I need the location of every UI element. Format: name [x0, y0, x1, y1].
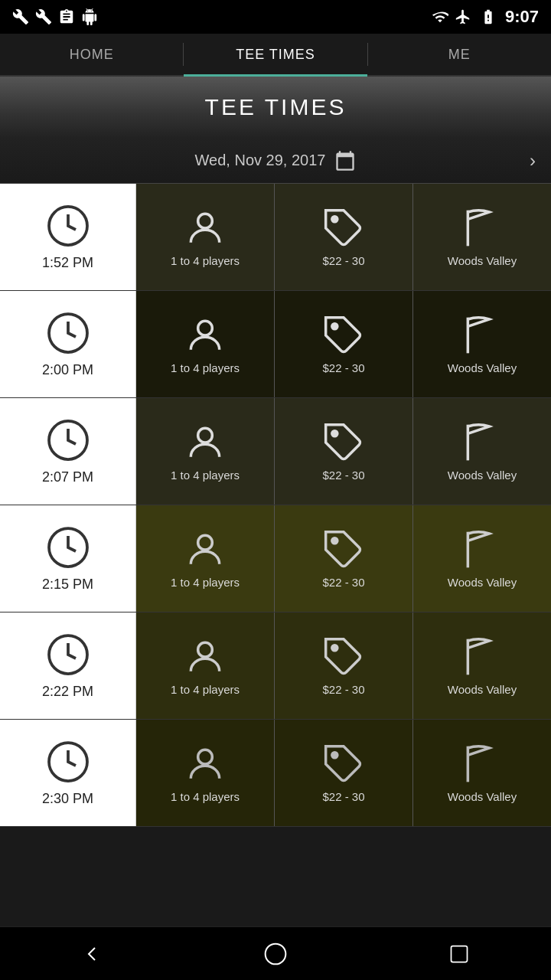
time-label: 1:52 PM	[42, 255, 93, 271]
price-cell: $22 - 30	[275, 720, 413, 826]
back-icon	[80, 942, 104, 966]
svg-point-1	[198, 214, 213, 228]
price-tag-icon	[322, 635, 365, 678]
players-cell: 1 to 4 players	[136, 291, 275, 397]
wifi-icon	[432, 8, 448, 25]
svg-point-10	[332, 431, 337, 436]
tee-time-cell: 2:15 PM	[0, 505, 136, 612]
airplane-icon	[455, 8, 471, 25]
players-cell: 1 to 4 players	[136, 505, 275, 612]
course-flag-icon	[461, 421, 504, 464]
status-icons-right: 9:07	[432, 7, 539, 27]
home-circle-icon	[263, 942, 288, 966]
tab-home[interactable]: HOME	[0, 34, 183, 75]
back-button[interactable]	[69, 931, 115, 977]
svg-point-14	[332, 538, 337, 544]
tee-row[interactable]: 2:07 PM 1 to 4 players $22 - 30 Woods Va…	[0, 398, 551, 505]
price-label: $22 - 30	[322, 683, 364, 696]
status-time: 9:07	[505, 7, 539, 27]
course-flag-icon	[461, 528, 504, 571]
page-title: TEE TIMES	[205, 94, 347, 120]
tab-tee-times[interactable]: TEE TIMES	[184, 34, 367, 75]
time-label: 2:15 PM	[42, 577, 93, 593]
svg-rect-25	[452, 946, 468, 962]
tee-row[interactable]: 2:15 PM 1 to 4 players $22 - 30 Woods Va…	[0, 505, 551, 612]
tee-times-list: 1:52 PM 1 to 4 players $22 - 30 Woods Va…	[0, 184, 551, 926]
svg-point-22	[332, 753, 337, 758]
svg-point-17	[198, 642, 213, 657]
price-cell: $22 - 30	[275, 505, 413, 612]
players-label: 1 to 4 players	[171, 576, 240, 589]
players-label: 1 to 4 players	[171, 361, 240, 374]
clock-icon	[45, 739, 91, 785]
course-label: Woods Valley	[448, 254, 517, 267]
recents-square-icon	[448, 943, 470, 965]
course-cell: Woods Valley	[413, 398, 551, 505]
course-cell: Woods Valley	[413, 291, 551, 397]
clock-icon	[45, 310, 91, 356]
course-cell: Woods Valley	[413, 720, 551, 826]
svg-point-6	[332, 324, 337, 329]
course-flag-icon	[461, 207, 504, 250]
course-cell: Woods Valley	[413, 184, 551, 290]
price-label: $22 - 30	[322, 254, 364, 267]
svg-point-2	[332, 217, 337, 222]
players-cell: 1 to 4 players	[136, 612, 275, 719]
date-next-arrow[interactable]: ›	[530, 150, 536, 172]
price-tag-icon	[322, 421, 365, 464]
svg-point-21	[198, 750, 213, 764]
tee-time-cell: 2:30 PM	[0, 720, 136, 826]
players-label: 1 to 4 players	[171, 254, 240, 267]
price-label: $22 - 30	[322, 790, 364, 803]
tee-row[interactable]: 2:00 PM 1 to 4 players $22 - 30 Woods Va…	[0, 291, 551, 398]
course-flag-icon	[461, 743, 504, 786]
home-button[interactable]	[253, 931, 298, 977]
calendar-icon	[334, 150, 356, 172]
price-tag-icon	[322, 207, 365, 250]
course-cell: Woods Valley	[413, 505, 551, 612]
price-cell: $22 - 30	[275, 291, 413, 397]
time-label: 2:00 PM	[42, 362, 93, 378]
players-icon	[184, 421, 227, 464]
price-cell: $22 - 30	[275, 184, 413, 290]
svg-point-24	[266, 943, 286, 964]
course-label: Woods Valley	[448, 469, 517, 482]
players-label: 1 to 4 players	[171, 469, 240, 482]
svg-point-9	[198, 428, 213, 443]
course-cell: Woods Valley	[413, 612, 551, 719]
players-cell: 1 to 4 players	[136, 398, 275, 505]
tee-time-cell: 2:00 PM	[0, 291, 136, 397]
wrench2-icon	[35, 8, 52, 25]
status-bar: 9:07	[0, 0, 551, 34]
bottom-nav	[0, 926, 551, 980]
recents-button[interactable]	[436, 931, 482, 977]
tee-row[interactable]: 2:30 PM 1 to 4 players $22 - 30 Woods Va…	[0, 720, 551, 827]
clock-icon	[45, 632, 91, 678]
price-label: $22 - 30	[322, 361, 364, 374]
wrench-icon	[12, 8, 29, 25]
svg-point-13	[198, 535, 213, 550]
time-label: 2:22 PM	[42, 684, 93, 700]
clock-icon	[45, 524, 91, 570]
tab-me[interactable]: ME	[368, 34, 551, 75]
players-icon	[184, 635, 227, 678]
page-header: TEE TIMES	[0, 77, 551, 138]
course-label: Woods Valley	[448, 361, 517, 374]
price-cell: $22 - 30	[275, 612, 413, 719]
course-label: Woods Valley	[448, 576, 517, 589]
date-bar[interactable]: Wed, Nov 29, 2017 ›	[0, 138, 551, 184]
nav-tabs: HOME TEE TIMES ME	[0, 34, 551, 77]
players-label: 1 to 4 players	[171, 683, 240, 696]
svg-point-18	[332, 645, 337, 651]
players-icon	[184, 207, 227, 250]
price-tag-icon	[322, 528, 365, 571]
tee-row[interactable]: 1:52 PM 1 to 4 players $22 - 30 Woods Va…	[0, 184, 551, 291]
price-tag-icon	[322, 743, 365, 786]
price-label: $22 - 30	[322, 469, 364, 482]
tee-row[interactable]: 2:22 PM 1 to 4 players $22 - 30 Woods Va…	[0, 612, 551, 720]
players-icon	[184, 314, 227, 357]
course-label: Woods Valley	[448, 790, 517, 803]
course-label: Woods Valley	[448, 683, 517, 696]
date-display: Wed, Nov 29, 2017	[195, 150, 357, 172]
tee-time-cell: 1:52 PM	[0, 184, 136, 290]
